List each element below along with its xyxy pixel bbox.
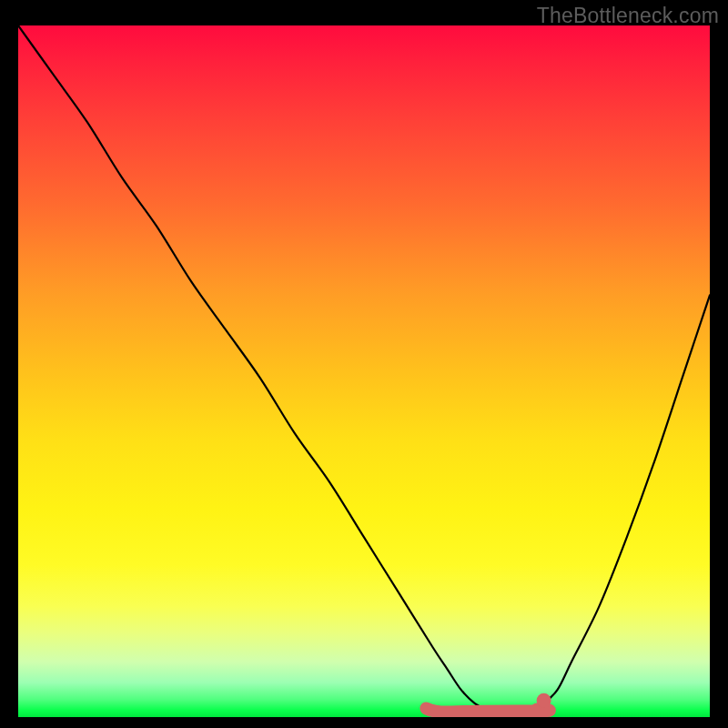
chart-frame (18, 25, 710, 717)
plot-area (18, 25, 710, 717)
optimal-range-end-dot (537, 693, 551, 708)
chart-svg (18, 25, 710, 717)
watermark-text: TheBottleneck.com (537, 4, 719, 28)
optimal-range-marker (426, 708, 549, 712)
bottleneck-curve (18, 25, 710, 714)
